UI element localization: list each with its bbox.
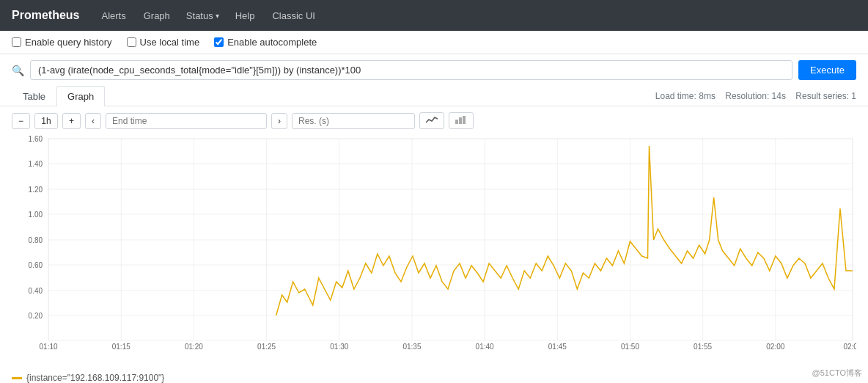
svg-text:01:10: 01:10 xyxy=(40,343,58,351)
brand-label: Prometheus xyxy=(12,9,79,22)
line-chart-icon xyxy=(426,115,438,124)
line-chart-button[interactable] xyxy=(419,112,444,129)
prev-button[interactable]: ‹ xyxy=(85,113,101,129)
resolution-input[interactable] xyxy=(292,113,415,129)
svg-text:0.20: 0.20 xyxy=(29,312,43,320)
svg-text:1.00: 1.00 xyxy=(29,211,43,219)
graph-canvas: 1.60 1.40 1.20 1.00 0.80 0.60 0.40 0.20 xyxy=(12,135,856,362)
nav-status-dropdown[interactable]: Status ▾ xyxy=(186,10,219,21)
svg-rect-1 xyxy=(459,117,462,124)
enable-autocomplete-input[interactable] xyxy=(214,37,224,47)
result-series-label: Result series: 1 xyxy=(795,91,856,101)
nav-graph[interactable]: Graph xyxy=(142,7,172,24)
svg-text:01:45: 01:45 xyxy=(548,343,567,351)
end-time-input[interactable] xyxy=(106,113,267,129)
stacked-chart-button[interactable] xyxy=(449,112,474,129)
range-minus-button[interactable]: − xyxy=(12,113,30,129)
svg-rect-3 xyxy=(48,139,853,340)
options-bar: Enable query history Use local time Enab… xyxy=(0,31,868,54)
tab-graph[interactable]: Graph xyxy=(56,86,105,106)
svg-text:01:15: 01:15 xyxy=(112,343,130,351)
nav-alerts[interactable]: Alerts xyxy=(100,7,127,24)
nav-help[interactable]: Help xyxy=(234,7,257,24)
load-info: Load time: 8ms Resolution: 14s Result se… xyxy=(655,91,856,101)
range-plus-button[interactable]: + xyxy=(62,113,81,129)
range-display: 1h xyxy=(34,113,58,129)
next-button[interactable]: › xyxy=(271,113,287,129)
watermark: @51CTO博客 xyxy=(812,368,862,379)
svg-text:01:25: 01:25 xyxy=(257,343,276,351)
enable-query-history-checkbox[interactable]: Enable query history xyxy=(12,37,112,48)
use-local-time-checkbox[interactable]: Use local time xyxy=(127,37,200,48)
chevron-down-icon: ▾ xyxy=(216,12,219,20)
navbar: Prometheus Alerts Graph Status ▾ Help Cl… xyxy=(0,0,868,31)
search-icon: 🔍 xyxy=(12,65,24,76)
svg-text:01:55: 01:55 xyxy=(694,343,712,351)
svg-text:01:40: 01:40 xyxy=(476,343,494,351)
svg-rect-0 xyxy=(455,120,458,124)
enable-query-history-input[interactable] xyxy=(12,37,21,47)
use-local-time-input[interactable] xyxy=(127,37,136,47)
svg-text:02:05: 02:05 xyxy=(843,343,856,351)
query-input[interactable] xyxy=(30,60,792,80)
legend-color-swatch xyxy=(12,377,22,379)
graph-container: 1.60 1.40 1.20 1.00 0.80 0.60 0.40 0.20 xyxy=(0,135,868,368)
svg-text:01:30: 01:30 xyxy=(330,343,348,351)
tab-table[interactable]: Table xyxy=(12,86,56,106)
svg-text:01:35: 01:35 xyxy=(402,343,421,351)
svg-text:0.40: 0.40 xyxy=(29,287,43,295)
tabs-bar: Table Graph Load time: 8ms Resolution: 1… xyxy=(0,86,868,106)
svg-text:0.60: 0.60 xyxy=(29,261,43,269)
load-time-label: Load time: 8ms xyxy=(655,91,716,101)
legend: {instance="192.168.109.117:9100"} xyxy=(0,368,868,383)
svg-text:02:00: 02:00 xyxy=(766,343,784,351)
legend-label: {instance="192.168.109.117:9100"} xyxy=(26,373,164,383)
query-bar: 🔍 Execute xyxy=(0,54,868,86)
svg-text:01:50: 01:50 xyxy=(621,343,639,351)
stacked-chart-icon xyxy=(455,115,467,124)
svg-text:01:20: 01:20 xyxy=(185,343,203,351)
enable-autocomplete-checkbox[interactable]: Enable autocomplete xyxy=(214,37,317,48)
svg-text:1.20: 1.20 xyxy=(29,186,43,194)
svg-text:1.60: 1.60 xyxy=(29,135,43,143)
svg-rect-2 xyxy=(463,116,466,124)
resolution-label: Resolution: 14s xyxy=(725,91,786,101)
svg-text:1.40: 1.40 xyxy=(29,160,43,168)
nav-classic-ui[interactable]: Classic UI xyxy=(271,7,317,24)
chart-svg: 1.60 1.40 1.20 1.00 0.80 0.60 0.40 0.20 xyxy=(12,135,856,362)
svg-text:0.80: 0.80 xyxy=(29,236,43,244)
execute-button[interactable]: Execute xyxy=(798,60,856,80)
graph-controls: − 1h + ‹ › xyxy=(0,106,868,135)
